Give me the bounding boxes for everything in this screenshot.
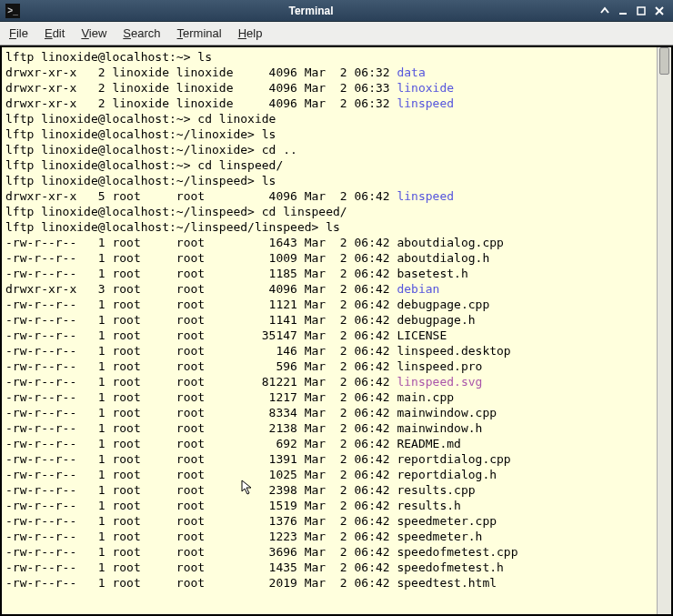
- terminal-wrap: lftp linoxide@localhost:~> lsdrwxr-xr-x …: [0, 45, 673, 616]
- terminal-app-icon: >_: [5, 4, 20, 18]
- titlebar[interactable]: >_ Terminal: [0, 0, 673, 22]
- menu-edit[interactable]: Edit: [45, 26, 65, 40]
- menu-search[interactable]: Search: [123, 26, 160, 40]
- menu-edit-rest: dit: [53, 26, 65, 40]
- menu-search-rest: earch: [131, 26, 161, 40]
- svg-rect-1: [638, 7, 645, 15]
- menu-terminal[interactable]: Terminal: [177, 26, 222, 40]
- minimize-button[interactable]: [615, 3, 631, 19]
- close-button[interactable]: [651, 3, 668, 19]
- window-title: Terminal: [27, 5, 595, 17]
- menubar: File Edit View Search Terminal Help: [0, 22, 673, 45]
- scrollbar-thumb[interactable]: [659, 47, 669, 75]
- menu-help[interactable]: Help: [238, 26, 263, 40]
- menu-file-rest: ile: [16, 26, 28, 40]
- scrollbar[interactable]: [657, 47, 671, 614]
- menu-help-rest: elp: [246, 26, 262, 40]
- menu-terminal-rest: erminal: [183, 26, 222, 40]
- maximize-button[interactable]: [633, 3, 649, 19]
- menu-view-rest: iew: [89, 26, 107, 40]
- menu-view[interactable]: View: [81, 26, 106, 40]
- menu-file[interactable]: File: [9, 26, 28, 40]
- terminal-window: >_ Terminal File Edit View Search Termin…: [0, 0, 673, 616]
- rollup-button[interactable]: [597, 3, 613, 19]
- terminal-output[interactable]: lftp linoxide@localhost:~> lsdrwxr-xr-x …: [2, 47, 657, 614]
